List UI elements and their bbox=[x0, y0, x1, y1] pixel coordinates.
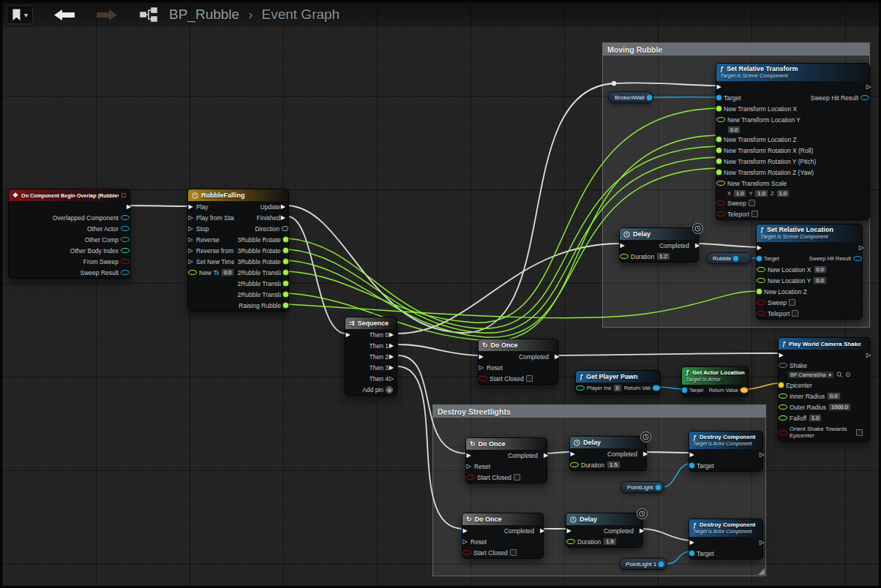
variable-broken-wall[interactable]: BrokenWall bbox=[608, 91, 653, 103]
exec-out-then-3[interactable]: ▶ bbox=[391, 362, 397, 373]
shake-class-dropdown[interactable]: BP CameraSha▾ bbox=[787, 371, 834, 379]
pin-duration[interactable] bbox=[620, 254, 629, 259]
exec-in-pin[interactable]: ▶ bbox=[689, 540, 695, 546]
node-destroy-component-2[interactable]: ƒDestroy Component Target is Actor Compo… bbox=[689, 519, 763, 559]
pin-other-body-index[interactable] bbox=[121, 248, 130, 253]
pin-new-location-y[interactable] bbox=[757, 278, 765, 283]
variable-point-light-1[interactable]: PointLight 1 bbox=[619, 558, 667, 570]
node-header[interactable]: ƒSet Relative Location Target is Scene C… bbox=[757, 225, 862, 242]
node-do-once-camera[interactable]: ↻Do Once ▶Completed▶ ▷Reset Start Closed bbox=[478, 339, 558, 385]
exec-out-finished[interactable]: ▶ bbox=[282, 212, 289, 223]
node-set-relative-transform[interactable]: ƒSet Relative Transform Target is Scene … bbox=[716, 63, 870, 220]
delegate-pin[interactable] bbox=[121, 193, 126, 197]
pin-new-location-x[interactable] bbox=[757, 267, 765, 272]
node-do-once-street-2[interactable]: ↻Do Once ▶Completed▶ ▷Reset Start Closed bbox=[462, 513, 544, 559]
pin-return-value[interactable] bbox=[741, 388, 748, 393]
exec-out-completed[interactable]: ▶ bbox=[636, 525, 643, 536]
exec-out-pin[interactable]: ▷ bbox=[863, 350, 870, 361]
exec-in-pin[interactable]: ▶ bbox=[689, 452, 695, 458]
pin-new-transform-rotation-y-pitch[interactable] bbox=[716, 159, 721, 164]
exec-out-then-0[interactable]: ▶ bbox=[391, 329, 397, 340]
node-header[interactable]: ❖ On Component Begin Overlap (RubbleColl… bbox=[9, 189, 130, 201]
exec-in-reset[interactable]: ▷ bbox=[462, 539, 468, 545]
node-sequence[interactable]: ⇉ Sequence ▶ Then 0▶ Then 1▶ Then 2▶ The… bbox=[345, 317, 397, 396]
exec-in-pin[interactable]: ▶ bbox=[569, 451, 576, 457]
node-header[interactable]: Delay bbox=[620, 228, 698, 240]
pin-point-light-out[interactable] bbox=[656, 485, 661, 490]
pin-other-actor[interactable] bbox=[121, 226, 130, 231]
pin-duration[interactable] bbox=[570, 462, 579, 467]
node-get-actor-location[interactable]: ƒGet Actor Location Target is Actor Targ… bbox=[681, 366, 749, 396]
sweep-checkbox[interactable] bbox=[749, 200, 755, 206]
pin-new-location-z[interactable] bbox=[757, 289, 762, 294]
pin-3rubble-rotates-z[interactable] bbox=[283, 259, 288, 264]
breadcrumb-bp-rubble[interactable]: BP_Rubble bbox=[169, 7, 239, 23]
inner-radius-value[interactable]: 0.0 bbox=[827, 392, 840, 400]
duration-value[interactable]: 1.5 bbox=[603, 538, 616, 546]
location-y-value[interactable]: 0.0 bbox=[727, 126, 741, 134]
pin-target[interactable] bbox=[716, 95, 721, 100]
pin-rubble-out[interactable] bbox=[733, 256, 738, 261]
pin-sweep[interactable] bbox=[716, 200, 725, 206]
node-header[interactable]: ↻Do Once bbox=[462, 513, 543, 525]
pin-start-closed[interactable] bbox=[462, 550, 471, 555]
bookmark-button[interactable]: ▾ bbox=[7, 5, 33, 24]
exec-in-reverse[interactable]: ▷ bbox=[187, 237, 194, 243]
exec-in-pin[interactable]: ▶ bbox=[478, 354, 484, 360]
duration-value[interactable]: 1.2 bbox=[656, 252, 670, 260]
exec-out-pin[interactable]: ▷ bbox=[863, 81, 870, 92]
exec-out-pin[interactable]: ▷ bbox=[756, 537, 763, 548]
pin-new-time[interactable] bbox=[188, 270, 197, 275]
exec-out-completed[interactable]: ▶ bbox=[691, 240, 699, 251]
pin-falloff[interactable] bbox=[779, 415, 787, 421]
exec-in-pin[interactable]: ▶ bbox=[716, 84, 722, 90]
pin-broken-wall-out[interactable] bbox=[647, 95, 652, 100]
pin-target[interactable] bbox=[689, 551, 694, 556]
exec-in-reset[interactable]: ▷ bbox=[478, 365, 484, 371]
pin-teleport[interactable] bbox=[757, 311, 765, 316]
pin-2rubble-translate-x[interactable] bbox=[283, 270, 288, 275]
pin-2rubble-translate-z[interactable] bbox=[283, 292, 288, 297]
node-header[interactable]: Delay bbox=[566, 513, 642, 525]
variable-point-light[interactable]: PointLight bbox=[621, 481, 664, 493]
pin-outer-radius[interactable] bbox=[779, 404, 787, 410]
exec-in-pin[interactable]: ▶ bbox=[778, 353, 784, 358]
location-y-value[interactable]: 0.0 bbox=[813, 276, 826, 284]
node-delay-moving[interactable]: Delay ▶Completed▶ Duration1.2 bbox=[619, 227, 699, 263]
node-delay-street-2[interactable]: Delay ▶Completed▶ Duration1.5 bbox=[566, 513, 643, 548]
pin-player-index[interactable] bbox=[576, 385, 585, 391]
pin-new-transform-scale[interactable] bbox=[716, 181, 725, 186]
exec-out-update[interactable]: ▶ bbox=[282, 201, 289, 212]
scale-y-value[interactable]: 1.0 bbox=[754, 189, 768, 197]
start-closed-checkbox[interactable] bbox=[510, 549, 517, 556]
exec-in-pin[interactable]: ▶ bbox=[465, 453, 472, 459]
scale-z-value[interactable]: 1.0 bbox=[776, 189, 790, 197]
back-button[interactable] bbox=[53, 9, 75, 21]
comment-title-bar[interactable]: Destroy Streetlights bbox=[433, 405, 765, 418]
exec-in-reverse-from-end[interactable]: ▷ bbox=[187, 248, 194, 254]
location-x-value[interactable]: 0.0 bbox=[814, 265, 827, 274]
teleport-checkbox[interactable] bbox=[751, 211, 758, 217]
pin-other-comp[interactable] bbox=[121, 237, 130, 242]
pin-new-transform-location-x[interactable] bbox=[716, 106, 721, 111]
exec-out-then-2[interactable]: ▶ bbox=[391, 351, 397, 362]
pin-orient-shake[interactable] bbox=[779, 430, 787, 435]
node-header[interactable]: ↻Do Once bbox=[466, 438, 547, 450]
comment-resize-grip[interactable] bbox=[758, 568, 765, 575]
exec-in-pin[interactable]: ▶ bbox=[345, 332, 351, 338]
exec-out-pin[interactable]: ▷ bbox=[855, 242, 863, 253]
sweep-checkbox[interactable] bbox=[789, 299, 795, 306]
exec-out-then-4[interactable]: ▷ bbox=[391, 373, 397, 384]
node-header[interactable]: Delay bbox=[570, 437, 646, 448]
pin-2rubble-translate-y[interactable] bbox=[283, 281, 288, 286]
falloff-value[interactable]: 1.0 bbox=[809, 414, 822, 422]
new-time-value[interactable]: 0.0 bbox=[221, 268, 234, 276]
pin-from-sweep[interactable] bbox=[121, 259, 130, 264]
pin-raising-rubble[interactable] bbox=[283, 303, 288, 308]
teleport-checkbox[interactable] bbox=[792, 310, 798, 317]
pin-3rubble-rotates-x[interactable] bbox=[283, 237, 288, 242]
exec-out-completed[interactable]: ▶ bbox=[640, 448, 647, 459]
exec-in-play-from-start[interactable]: ▷ bbox=[187, 215, 194, 221]
pin-epicenter[interactable] bbox=[779, 382, 784, 388]
node-set-relative-location[interactable]: ƒSet Relative Location Target is Scene C… bbox=[756, 224, 863, 320]
